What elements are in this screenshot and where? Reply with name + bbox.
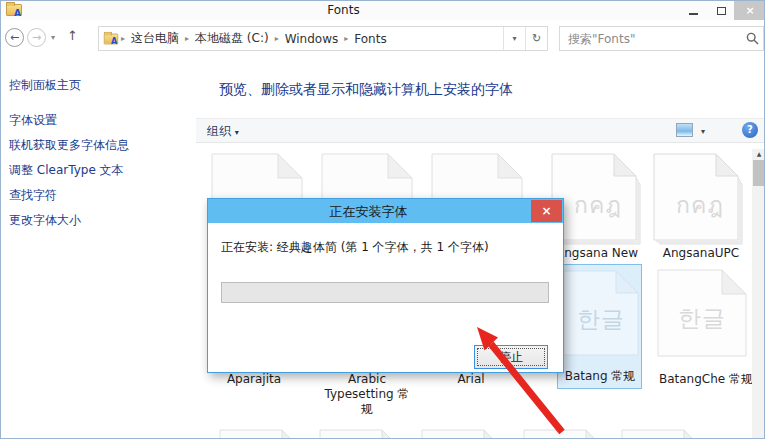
scroll-up-icon[interactable]: ▲ — [752, 149, 765, 159]
refresh-icon[interactable]: ↻ — [525, 27, 547, 50]
font-preview-glyph: กคฎ — [653, 187, 747, 223]
sidebar-item-change-font-size[interactable]: 更改字体大小 — [9, 212, 81, 229]
help-icon[interactable]: ? — [742, 122, 758, 138]
font-item-page-icon[interactable] — [421, 429, 509, 439]
up-button[interactable]: ↑ — [67, 28, 78, 43]
font-item-batang-selected[interactable]: 한글 Batang 常规 — [557, 264, 642, 389]
page-title: 预览、删除或者显示和隐藏计算机上安装的字体 — [219, 81, 513, 99]
font-item-page-icon[interactable] — [219, 429, 307, 439]
install-progress-bar — [221, 282, 549, 303]
font-item-label[interactable]: BatangChe 常规 — [651, 372, 761, 387]
title-bar: A Fonts × — [1, 1, 765, 20]
navigation-bar: ← → ▾ ↑ A ▸ 这台电脑 ▸ 本地磁盘 (C:) ▸ Windows ▸… — [1, 20, 765, 57]
scrollbar[interactable]: ▲ — [752, 149, 765, 439]
font-item-label-arial[interactable]: Arial — [421, 372, 521, 387]
address-folder-icon: A — [104, 33, 118, 44]
crumb-separator-icon: ▸ — [183, 34, 191, 43]
address-dropdown-icon[interactable]: ▾ — [503, 27, 525, 50]
search-icon[interactable] — [741, 32, 763, 45]
scrollbar-thumb[interactable] — [753, 160, 765, 186]
install-status-text: 正在安装: 经典趣体简 (第 1 个字体，共 1 个字体) — [221, 239, 489, 256]
organize-dropdown-icon: ▾ — [235, 128, 239, 137]
address-bar[interactable]: A ▸ 这台电脑 ▸ 本地磁盘 (C:) ▸ Windows ▸ Fonts ▾… — [98, 26, 548, 51]
forward-button[interactable]: → — [27, 28, 46, 47]
font-item-batangche[interactable]: 한글 — [657, 269, 747, 357]
font-item-label-aparajita[interactable]: Aparajita — [204, 372, 304, 387]
search-input[interactable] — [560, 32, 741, 46]
window-title: Fonts — [1, 3, 686, 17]
view-thumbnail-icon[interactable] — [676, 123, 693, 137]
dialog-title-bar: 正在安装字体 × — [208, 199, 563, 223]
crumb-separator-icon: ▸ — [342, 34, 350, 43]
sidebar-item-get-more-fonts-online[interactable]: 联机获取更多字体信息 — [9, 137, 129, 154]
label-line: Typesetting 常 — [317, 387, 417, 402]
dialog-close-button[interactable]: × — [531, 200, 562, 222]
close-button[interactable]: × — [734, 1, 765, 20]
dialog-title: 正在安装字体 — [208, 203, 529, 221]
maximize-button[interactable] — [709, 1, 733, 20]
search-box — [559, 26, 764, 51]
breadcrumb-local-disk[interactable]: 本地磁盘 (C:) — [191, 30, 273, 47]
font-item-page-icon[interactable] — [523, 429, 611, 439]
breadcrumb-fonts[interactable]: Fonts — [350, 32, 390, 46]
sidebar-item-font-settings[interactable]: 字体设置 — [9, 112, 57, 129]
minimize-button[interactable] — [681, 1, 705, 20]
sidebar-item-find-character[interactable]: 查找字符 — [9, 187, 57, 204]
toolbar: 组织 ▾ ▾ ? — [196, 118, 765, 143]
font-item-page-icon[interactable] — [621, 429, 709, 439]
breadcrumb-windows[interactable]: Windows — [281, 32, 343, 46]
font-item-angsana-new[interactable]: กคฎ — [551, 153, 645, 249]
sidebar: 控制面板主页 字体设置 联机获取更多字体信息 调整 ClearType 文本 查… — [1, 57, 196, 439]
fonts-window: A Fonts × ← → ▾ ↑ A ▸ 这台电脑 ▸ 本地磁盘 (C:) ▸… — [0, 0, 765, 439]
crumb-separator-icon: ▸ — [119, 34, 127, 43]
view-dropdown-icon[interactable]: ▾ — [701, 127, 705, 136]
sidebar-item-adjust-cleartype[interactable]: 调整 ClearType 文本 — [9, 162, 124, 179]
breadcrumb-this-pc[interactable]: 这台电脑 — [127, 30, 183, 47]
font-item-label: Batang 常规 — [550, 369, 650, 384]
font-preview-glyph: 한글 — [657, 303, 747, 334]
installing-fonts-dialog: 正在安装字体 × 正在安装: 经典趣体简 (第 1 个字体，共 1 个字体) 停… — [207, 198, 564, 373]
font-item-angsanaupc[interactable]: กคฎ — [653, 153, 747, 249]
font-item-page-icon[interactable] — [319, 429, 407, 439]
crumb-separator-icon: ▸ — [273, 34, 281, 43]
sidebar-item-control-panel-home[interactable]: 控制面板主页 — [9, 77, 81, 94]
font-preview-glyph: 한글 — [563, 304, 639, 335]
font-item-label-arabic-typesetting[interactable]: Arabic Typesetting 常 规 — [317, 372, 417, 417]
label-line: 规 — [317, 402, 417, 417]
back-button[interactable]: ← — [5, 28, 24, 47]
label-line: Arabic — [317, 372, 417, 387]
font-preview-glyph: กคฎ — [551, 187, 645, 223]
stop-button[interactable]: 停止 — [474, 345, 548, 369]
organize-button[interactable]: 组织 ▾ — [207, 123, 239, 140]
font-item-page-icon: 한글 — [563, 270, 639, 356]
breadcrumb: A ▸ 这台电脑 ▸ 本地磁盘 (C:) ▸ Windows ▸ Fonts — [99, 30, 503, 47]
history-dropdown-icon[interactable]: ▾ — [51, 33, 55, 42]
